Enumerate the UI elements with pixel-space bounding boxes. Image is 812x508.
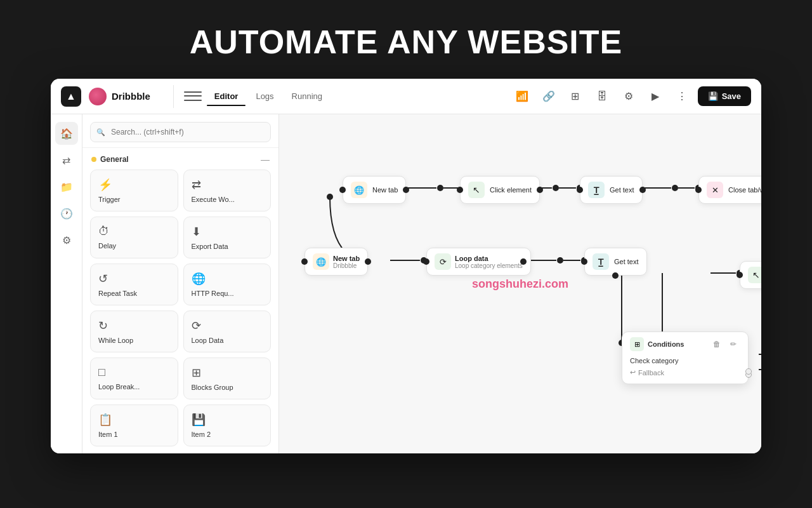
trigger-icon: ⚡ — [98, 178, 170, 192]
connector-dot-left — [581, 258, 587, 265]
nav-workflow-icon[interactable]: ⇄ — [55, 149, 78, 171]
node-get-text-1[interactable]: T̲ Get text — [580, 176, 643, 204]
block-delay[interactable]: ⏱ Delay — [90, 217, 178, 258]
save-label: Save — [722, 91, 741, 101]
new-tab-2-label: New tab — [333, 255, 360, 262]
conditions-icon: ⊞ — [630, 337, 644, 351]
connector-dot-right — [365, 258, 371, 265]
connector-dot-left — [457, 187, 463, 193]
new-tab-icon: 🌐 — [351, 182, 367, 198]
http-request-label: HTTP Requ... — [192, 290, 263, 297]
repeat-task-icon: ↺ — [98, 272, 170, 286]
collapse-button[interactable]: — — [261, 154, 270, 164]
loop-data-label: Loop data — [455, 255, 523, 262]
item2-icon: 💾 — [192, 413, 263, 427]
nav-settings-icon[interactable]: ⚙ — [55, 229, 78, 251]
fallback-label: Fallback — [638, 369, 664, 377]
block-trigger[interactable]: ⚡ Trigger — [90, 170, 178, 211]
brand-logo: Dribbble — [89, 88, 150, 105]
canvas-area[interactable]: songshuhezi.com — [279, 114, 761, 453]
node-new-tab-2[interactable]: 🌐 New tab Dribbble — [304, 248, 368, 276]
search-bar — [82, 114, 278, 148]
hamburger-line — [184, 100, 202, 101]
save-button[interactable]: 💾 Save — [698, 86, 751, 106]
while-loop-icon: ↻ — [98, 319, 170, 333]
nav-history-icon[interactable]: 🕐 — [55, 202, 78, 225]
connector-svg — [279, 114, 761, 453]
check-category-row: Check category — [630, 355, 740, 366]
connector-dot-left — [339, 187, 346, 193]
play-icon-button[interactable]: ▶ — [645, 86, 666, 107]
connector-dot-right — [537, 187, 543, 193]
connector-dot-left — [695, 187, 702, 193]
section-title: General — [91, 155, 129, 164]
settings-icon-button[interactable]: ⚙ — [618, 86, 639, 107]
get-text-icon: T̲ — [588, 182, 605, 198]
tab-running[interactable]: Running — [284, 88, 330, 105]
section-dot-icon — [91, 157, 96, 162]
conditions-panel[interactable]: ⊞ Conditions 🗑 ✏ Check category ↩ Fallba… — [622, 331, 749, 384]
block-blocks-group[interactable]: ⊞ Blocks Group — [183, 358, 272, 399]
nav-home-icon[interactable]: 🏠 — [55, 122, 78, 145]
new-tab-2-icon: 🌐 — [313, 253, 329, 270]
block-loop-data[interactable]: ⟳ Loop Data — [183, 311, 272, 352]
trigger-label: Trigger — [98, 196, 170, 203]
node-close-tab[interactable]: ✕ Close tab/window — [698, 176, 761, 204]
click-element-icon: ↖ — [468, 182, 485, 198]
check-category-label: Check category — [630, 357, 678, 364]
connector-dot-left — [301, 258, 308, 265]
new-tab-label: New tab — [372, 186, 398, 194]
conditions-delete-button[interactable]: 🗑 — [710, 337, 724, 351]
svg-point-1 — [437, 185, 443, 191]
node-get-text-2[interactable]: T̲ Get text — [584, 248, 647, 276]
blocks-sidebar: General — ⚡ Trigger ⇄ Execute Wo... ⏱ — [82, 114, 279, 453]
loop-data-sub: Loop category elements — [455, 262, 523, 269]
svg-point-9 — [672, 185, 678, 191]
loop-data-label: Loop Data — [192, 337, 263, 344]
sidebar-toggle-button[interactable] — [184, 90, 202, 103]
nav-files-icon[interactable]: 📁 — [55, 175, 78, 198]
node-new-tab-1[interactable]: 🌐 New tab — [343, 176, 406, 204]
node-click-element-1[interactable]: ↖ Click element — [460, 176, 540, 204]
conditions-edit-button[interactable]: ✏ — [726, 337, 740, 351]
block-item1[interactable]: 📋 Item 1 — [90, 404, 178, 446]
svg-point-5 — [553, 185, 559, 191]
tab-logs[interactable]: Logs — [248, 88, 281, 105]
section-title-label: General — [100, 155, 129, 164]
conditions-header: ⊞ Conditions 🗑 ✏ — [630, 337, 740, 351]
left-nav: 🏠 ⇄ 📁 🕐 ⚙ — [51, 114, 82, 453]
block-export-data[interactable]: ⬇ Export Data — [183, 217, 272, 258]
save-icon: 💾 — [708, 91, 718, 101]
close-tab-label: Close tab/window — [728, 186, 761, 194]
database-icon-button[interactable]: 🗄 — [591, 86, 613, 107]
search-input[interactable] — [90, 122, 271, 142]
node-click-element-2[interactable]: ↖ Click element — [740, 261, 761, 289]
connector-dot-right — [520, 258, 527, 265]
wifi-icon-button[interactable]: 📶 — [511, 86, 533, 107]
connector-dot-left — [423, 258, 429, 265]
connector-dot-right — [639, 187, 646, 193]
item1-label: Item 1 — [98, 431, 170, 438]
grid-icon-button[interactable]: ⊞ — [565, 86, 586, 107]
item1-icon: 📋 — [98, 413, 170, 427]
loop-break-icon: □ — [98, 366, 170, 379]
block-repeat-task[interactable]: ↺ Repeat Task — [90, 264, 178, 305]
http-request-icon: 🌐 — [192, 272, 263, 286]
get-text-label: Get text — [610, 186, 634, 194]
tab-editor[interactable]: Editor — [207, 88, 246, 105]
node-loop-data[interactable]: ⟳ Loop data Loop category elements — [426, 248, 531, 276]
block-loop-break[interactable]: □ Loop Break... — [90, 358, 178, 399]
share-icon-button[interactable]: 🔗 — [538, 86, 560, 107]
block-item2[interactable]: 💾 Item 2 — [183, 404, 272, 446]
block-execute-workflow[interactable]: ⇄ Execute Wo... — [183, 170, 272, 211]
connector-dot-right — [403, 187, 409, 193]
close-tab-icon: ✕ — [707, 182, 723, 198]
get-text-2-icon: T̲ — [593, 253, 609, 270]
block-while-loop[interactable]: ↻ While Loop — [90, 311, 178, 352]
new-tab-2-sub: Dribbble — [333, 262, 360, 269]
svg-point-16 — [557, 257, 563, 264]
block-http-request[interactable]: 🌐 HTTP Requ... — [183, 264, 272, 305]
section-header: General — — [82, 148, 278, 170]
hamburger-line — [184, 91, 202, 93]
more-icon-button[interactable]: ⋮ — [671, 86, 693, 107]
